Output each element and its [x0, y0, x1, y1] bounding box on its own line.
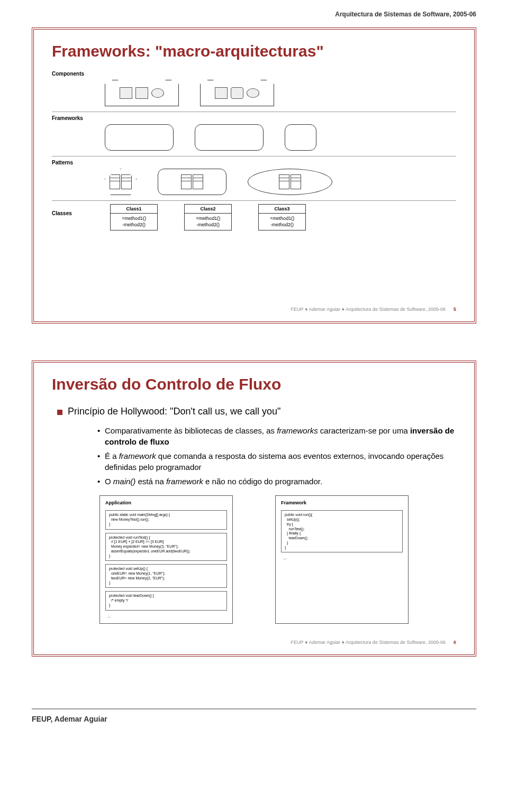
row-label-classes: Classes	[52, 204, 84, 216]
slide-1: Frameworks: "macro-arquitecturas" Compon…	[32, 27, 476, 324]
slide2-body: Princípio de Hollywood: "Don't call us, …	[52, 401, 456, 632]
code-block: protected void runTest() { // [1 EUR] + …	[105, 533, 227, 561]
lead-bullet-text: Princípio de Hollywood: "Don't call us, …	[68, 406, 280, 417]
page-header: Arquitectura de Sistemas de Software, 20…	[32, 11, 476, 18]
footer-author: Ademar Aguiar ● Arquitectura de Sistemas…	[309, 640, 446, 645]
class-method: +method1()	[186, 216, 230, 222]
component-shape	[105, 80, 179, 106]
pattern-shape	[158, 169, 226, 195]
page: Arquitectura de Sistemas de Software, 20…	[0, 0, 508, 708]
footer-prefix: FEUP	[291, 307, 304, 312]
frameworks-row	[52, 123, 456, 152]
code-diagram: Application public static void main(Stri…	[52, 495, 456, 624]
code-block: public static void main(String[] args) {…	[105, 510, 227, 529]
slide1-footer: FEUP ● Ademar Aguiar ● Arquitectura de S…	[52, 307, 456, 312]
code-block: public void run(){ setUp(); try { runTes…	[281, 510, 403, 552]
ellipsis: ...	[105, 614, 227, 619]
framework-label: Framework	[281, 500, 403, 506]
classes-row: Classes Class1 +method1() -method2() Cla…	[52, 204, 456, 230]
sub-bullet: O main() está na framework e não no códi…	[97, 476, 456, 487]
pattern-shape	[105, 169, 137, 195]
sub-bullets: Comparativamente às bibliotecas de class…	[76, 425, 456, 487]
page-footer: FEUP, Ademar Aguiar	[32, 715, 476, 723]
ellipsis: ...	[281, 556, 403, 561]
slide2-title: Inversão do Controlo de Fluxo	[52, 375, 456, 393]
class-box: Class1 +method1() -method2()	[110, 204, 158, 230]
code-block: protected void tearDown() { /* empty */ …	[105, 591, 227, 610]
row-label-patterns: Patterns	[52, 160, 456, 165]
class-method: +method1()	[112, 216, 156, 222]
footer-author: Ademar Aguiar ● Arquitectura de Sistemas…	[309, 307, 446, 312]
class-name: Class1	[111, 205, 157, 214]
framework-shape	[105, 124, 174, 151]
class-box: Class3 +method1() -method2()	[258, 204, 306, 230]
application-box: Application public static void main(Stri…	[99, 495, 233, 624]
class-method: +method1()	[260, 216, 304, 222]
framework-shape	[285, 124, 316, 151]
framework-box: Framework public void run(){ setUp(); tr…	[275, 495, 409, 624]
footer-page-number: 6	[453, 640, 456, 645]
slide-2: Inversão do Controlo de Fluxo Princípio …	[32, 361, 476, 657]
slide1-title: Frameworks: "macro-arquitecturas"	[52, 42, 456, 60]
slide2-footer: FEUP ● Ademar Aguiar ● Arquitectura de S…	[52, 640, 456, 645]
component-shape	[200, 80, 274, 106]
class-method: -method2()	[186, 222, 230, 228]
class-method: -method2()	[112, 222, 156, 228]
class-box: Class2 +method1() -method2()	[184, 204, 232, 230]
bullet-square-icon	[57, 410, 62, 415]
code-block: protected void setUp() { oneEUR= new Mon…	[105, 564, 227, 588]
framework-shape	[195, 124, 264, 151]
sub-bullet: Comparativamente às bibliotecas de class…	[97, 425, 456, 447]
row-label-components: Components	[52, 71, 456, 77]
slide1-body: Components Frameworks	[52, 68, 456, 299]
class-name: Class3	[259, 205, 305, 214]
row-label-frameworks: Frameworks	[52, 115, 456, 121]
components-row	[52, 79, 456, 107]
sub-bullet: É a framework que comanda a resposta do …	[97, 450, 456, 473]
footer-prefix: FEUP	[291, 640, 304, 645]
class-method: -method2()	[260, 222, 304, 228]
footer-page-number: 5	[453, 307, 456, 312]
class-name: Class2	[185, 205, 231, 214]
footer-rule	[32, 708, 476, 709]
lead-bullet: Princípio de Hollywood: "Don't call us, …	[57, 406, 456, 417]
patterns-row	[52, 168, 456, 196]
application-label: Application	[105, 500, 227, 506]
pattern-shape	[248, 169, 332, 195]
